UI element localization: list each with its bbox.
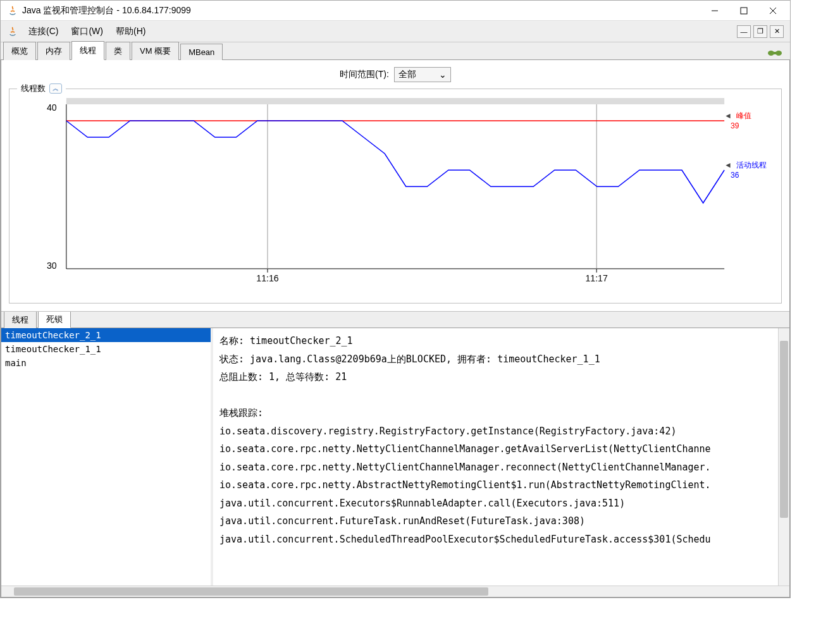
titlebar: Java 监视和管理控制台 - 10.6.84.177:9099	[1, 1, 790, 21]
stack-line: io.seata.discovery.registry.RegistryFact…	[219, 422, 783, 441]
stack-trace: io.seata.discovery.registry.RegistryFact…	[219, 422, 783, 549]
tab-memory[interactable]: 内存	[37, 42, 70, 60]
detail-state-label: 状态:	[219, 353, 244, 365]
detail-name-value: timeoutChecker_2_1	[250, 335, 353, 347]
tab-threads[interactable]: 线程	[71, 41, 104, 60]
stack-line: io.seata.core.rpc.netty.AbstractNettyRem…	[219, 476, 783, 494]
window-title: Java 监视和管理控制台 - 10.6.84.177:9099	[22, 5, 700, 16]
detail-blocked-value: 1,	[269, 371, 280, 383]
chart-svg: 40 30 11:16 11:17	[12, 92, 779, 300]
arrow-left-icon: ◄	[724, 161, 732, 169]
thread-count-chart: 线程数 ︽ 40 30 11:16 11:17	[9, 89, 782, 304]
threads-panel: 时间范围(T): 全部 ⌄ 线程数 ︽ 40 30 11	[1, 60, 790, 598]
detail-name-label: 名称:	[219, 335, 244, 347]
arrow-left-icon: ◄	[724, 111, 732, 120]
tab-classes[interactable]: 类	[106, 42, 130, 60]
menubar: 连接(C) 窗口(W) 帮助(H) — ❐ ✕	[1, 21, 790, 42]
chevron-down-icon: ⌄	[439, 70, 447, 80]
tab-vm[interactable]: VM 概要	[132, 42, 179, 60]
internal-close-button[interactable]: ✕	[770, 25, 784, 38]
thread-item[interactable]: main	[1, 356, 211, 370]
detail-waited-label: 总等待数:	[286, 371, 330, 383]
thread-detail: 名称: timeoutChecker_2_1 状态: java.lang.Cla…	[213, 328, 789, 586]
maximize-button[interactable]	[729, 1, 758, 20]
menu-connect[interactable]: 连接(C)	[22, 23, 65, 40]
time-range-row: 时间范围(T): 全部 ⌄	[1, 60, 789, 89]
time-range-value: 全部	[398, 69, 416, 80]
connection-status-icon	[766, 47, 784, 59]
tab-deadlock[interactable]: 死锁	[38, 311, 71, 328]
java-icon	[7, 5, 18, 16]
deadlock-section: 线程 死锁 timeoutChecker_2_1timeoutChecker_1…	[1, 311, 789, 597]
stack-line: java.util.concurrent.ScheduledThreadPool…	[219, 531, 783, 549]
stack-line: java.util.concurrent.FutureTask.runAndRe…	[219, 512, 783, 531]
active-series-name: 活动线程	[736, 161, 767, 169]
time-range-label: 时间范围(T):	[340, 69, 389, 80]
thread-list[interactable]: timeoutChecker_2_1timeoutChecker_1_1main	[1, 328, 213, 586]
java-icon	[7, 26, 18, 37]
thread-item[interactable]: timeoutChecker_2_1	[1, 328, 211, 342]
tab-overview[interactable]: 概览	[3, 42, 36, 60]
main-tabs: 概览 内存 线程 类 VM 概要 MBean	[1, 42, 790, 60]
internal-restore-button[interactable]: ❐	[753, 25, 767, 38]
svg-text:30: 30	[47, 261, 57, 271]
vertical-scrollbar[interactable]	[778, 328, 789, 586]
peak-value: 39	[731, 121, 739, 130]
internal-minimize-button[interactable]: —	[737, 25, 751, 38]
menu-window[interactable]: 窗口(W)	[65, 23, 109, 40]
stack-line: io.seata.core.rpc.netty.NettyClientChann…	[219, 458, 783, 477]
stack-line: io.seata.core.rpc.netty.NettyClientChann…	[219, 440, 783, 458]
tab-mbean[interactable]: MBean	[180, 44, 223, 60]
svg-text:11:16: 11:16	[256, 273, 279, 283]
detail-waited-value: 21	[335, 371, 347, 383]
minimize-button[interactable]	[700, 1, 729, 20]
tab-thread-list[interactable]: 线程	[4, 311, 37, 328]
detail-blocked-label: 总阻止数:	[219, 371, 263, 383]
svg-rect-7	[66, 98, 724, 104]
svg-rect-6	[771, 52, 779, 54]
menu-help[interactable]: 帮助(H)	[109, 23, 152, 40]
svg-text:40: 40	[47, 102, 57, 113]
stack-line: java.util.concurrent.Executors$RunnableA…	[219, 494, 783, 513]
time-range-select[interactable]: 全部 ⌄	[394, 67, 451, 82]
svg-rect-1	[741, 8, 747, 14]
active-value: 36	[731, 171, 739, 180]
svg-text:11:17: 11:17	[585, 273, 608, 283]
close-button[interactable]	[758, 1, 788, 20]
main-window: Java 监视和管理控制台 - 10.6.84.177:9099 连接(C) 窗…	[0, 0, 791, 598]
stack-label: 堆栈跟踪:	[219, 404, 783, 422]
detail-state-value: java.lang.Class@2209b69a上的BLOCKED, 拥有者: …	[250, 353, 600, 365]
deadlock-tabs: 线程 死锁	[1, 312, 789, 328]
peak-series-name: 峰值	[736, 111, 751, 120]
thread-item[interactable]: timeoutChecker_1_1	[1, 342, 211, 356]
horizontal-scrollbar[interactable]	[1, 586, 789, 597]
